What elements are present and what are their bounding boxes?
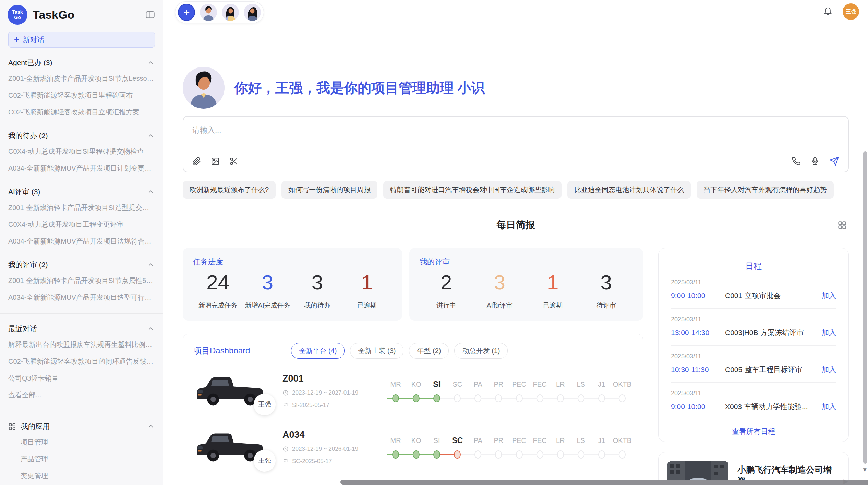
chat-input-placeholder: 请输入... (192, 125, 839, 135)
event-join-link[interactable]: 加入 (822, 365, 836, 374)
event-time: 9:00-10:00 (671, 402, 725, 411)
notification-bell-icon[interactable] (823, 7, 833, 17)
recent-chat-item[interactable]: C02-飞腾新能源轻客改款项目的闭环通告反馈情况 (8, 353, 155, 370)
stat: 1已逾期 (526, 271, 580, 310)
milestone-dot (413, 394, 420, 402)
milestone-dot (495, 394, 502, 402)
dashboard-tab[interactable]: 动总开发 (1) (454, 343, 508, 359)
milestone: PEC (509, 434, 529, 462)
milestone-dot (474, 394, 481, 402)
event-join-link[interactable]: 加入 (822, 291, 836, 300)
sidebar-item[interactable]: A034-全新新能源MUV产品开发项目计划变更表编写 (8, 160, 155, 177)
flag-icon (282, 458, 289, 464)
milestone: OKTB (612, 377, 632, 406)
sidebar-collapse-icon[interactable] (145, 10, 155, 20)
sidebar-section-title: 最近对话 (8, 324, 37, 334)
scissors-icon[interactable] (229, 157, 238, 166)
microphone-icon[interactable] (810, 157, 820, 166)
sidebar-section-header[interactable]: 我的应用 (8, 422, 155, 431)
horizontal-scrollbar-thumb[interactable] (340, 480, 868, 485)
chevron-up-icon (147, 59, 155, 66)
logo-text-top: Task (12, 9, 23, 15)
project-row: 王强A0342023-12-19 ~ 2026-01-19SC-2025-05-… (193, 423, 632, 471)
dashboard-tab[interactable]: 全新平台 (4) (291, 343, 345, 359)
suggestion-chip[interactable]: 当下年轻人对汽车外观有怎样的喜好趋势 (697, 181, 834, 199)
suggestion-chip[interactable]: 比亚迪全固态电池计划具体说了什么 (567, 181, 691, 199)
user-avatar[interactable]: 王强 (843, 3, 859, 20)
event-join-link[interactable]: 加入 (822, 402, 836, 411)
milestone-label: J1 (591, 377, 612, 391)
sidebar-section-title: AI评审 (3) (8, 187, 40, 197)
stat-label: 进行中 (420, 301, 473, 310)
project-dashboard-title: 项目Dashboard (193, 345, 250, 356)
send-icon[interactable] (829, 156, 839, 166)
chevron-up-icon (147, 188, 155, 196)
milestone-label: SC (447, 377, 468, 391)
recent-chat-item[interactable]: 解释最新出台的欧盟报废车法规再生塑料比例被调至15%... (8, 336, 155, 353)
chat-input-box[interactable]: 请输入... (183, 116, 849, 172)
schedule-card: 日程 2025/03/119:00-10:00C001-立项审批会加入2025/… (658, 248, 849, 442)
schedule-title: 日程 (671, 261, 836, 272)
stat-label: 已逾期 (526, 301, 580, 310)
stat: 2进行中 (420, 271, 473, 310)
milestone-dot (413, 450, 420, 459)
phone-call-icon[interactable] (792, 157, 801, 166)
sidebar-section-header[interactable]: 我的评审 (2) (8, 260, 155, 270)
layout-grid-icon[interactable] (837, 221, 847, 230)
sidebar-section-header[interactable]: 我的待办 (2) (8, 131, 155, 140)
attachment-icon[interactable] (192, 157, 201, 166)
add-conversation-button[interactable]: + (178, 4, 195, 21)
sidebar-section-header[interactable]: 最近对话 (8, 324, 155, 334)
sidebar-item[interactable]: Z001-全新燃油皮卡产品开发项目SI节点Lesson Learn报告 (8, 70, 155, 87)
sidebar-item[interactable]: C0X4-动力总成开发项目SI里程碑提交物检查 (8, 143, 155, 160)
avatar-contact-3[interactable] (244, 4, 261, 21)
suggestion-chip[interactable]: 如何写一份清晰的项目周报 (281, 181, 377, 199)
milestone-dot (392, 450, 399, 459)
project-dashboard-card: 项目Dashboard 全新平台 (4)全新上装 (3)年型 (2)动总开发 (… (183, 334, 643, 485)
app-item[interactable]: 产品管理 (8, 451, 155, 468)
flag-icon (282, 402, 289, 408)
sidebar-divider (0, 411, 163, 411)
scroll-right-arrow-icon[interactable]: ▶ (843, 477, 848, 485)
suggestion-chip[interactable]: 欧洲新规最近颁布了什么? (183, 181, 276, 199)
milestone-dot (598, 450, 605, 459)
view-all-schedule-link[interactable]: 查看所有日程 (671, 427, 836, 436)
sidebar-item[interactable]: Z001-全新燃油轻卡产品开发项目SI节点属性5D文件评审 (8, 272, 155, 289)
vertical-scrollbar-thumb[interactable] (863, 151, 867, 464)
sidebar-section-header[interactable]: Agent已办 (3) (8, 58, 155, 67)
milestone-label: PA (468, 434, 488, 447)
avatar-contact-1[interactable] (200, 4, 217, 21)
clock-icon (282, 390, 289, 396)
suggestion-chip[interactable]: 特朗普可能对进口汽车增税会对中国车企造成哪些影响 (383, 181, 562, 199)
stat-card: 我的评审2进行中3AI预评审1已逾期3待评审 (409, 248, 643, 321)
sidebar-item[interactable]: A034-全新新能源MUV产品开发项目法规符合性评审 (8, 233, 155, 250)
sidebar-section-header[interactable]: AI评审 (3) (8, 187, 155, 197)
dashboard-tab[interactable]: 年型 (2) (409, 343, 449, 359)
assistant-avatar (183, 67, 225, 109)
chevron-up-icon (147, 325, 155, 333)
recent-view-all[interactable]: 查看全部... (8, 387, 155, 403)
sidebar-item[interactable]: A034-全新新能源MUV产品开发项目造型可行性评审 (8, 289, 155, 306)
app-title: TaskGo (33, 8, 145, 22)
event-time: 10:30-11:30 (671, 365, 725, 374)
milestone-label: FEC (530, 377, 550, 391)
milestone: SI (426, 377, 447, 406)
new-chat-button[interactable]: + 新对话 (8, 32, 155, 48)
recent-chat-item[interactable]: 公司Q3轻卡销量 (8, 370, 155, 387)
app-item[interactable]: 变更管理 (8, 468, 155, 484)
sidebar-item[interactable]: C02-飞腾新能源轻客改款项目里程碑画布 (8, 87, 155, 104)
sidebar-item[interactable]: Z001-全新燃油轻卡产品开发项目SI造型提交物评审 (8, 199, 155, 216)
scroll-down-arrow-icon[interactable]: ▼ (862, 467, 868, 473)
main-area: + 王强 (163, 0, 868, 485)
milestone: FEC (530, 434, 550, 462)
dashboard-tab[interactable]: 全新上装 (3) (350, 343, 403, 359)
milestone-label: OKTB (612, 434, 632, 447)
event-join-link[interactable]: 加入 (822, 328, 836, 337)
schedule-event: 2025/03/119:00-10:00X003-车辆动力学性能验...加入 (671, 383, 836, 419)
milestone-dot (557, 450, 564, 459)
image-upload-icon[interactable] (211, 157, 220, 166)
sidebar-item[interactable]: C0X4-动力总成开发项目工程变更评审 (8, 216, 155, 233)
sidebar-item[interactable]: C02-飞腾新能源轻客改款项目立项汇报方案 (8, 104, 155, 121)
avatar-contact-2[interactable] (222, 4, 239, 21)
app-item[interactable]: 项目管理 (8, 434, 155, 451)
